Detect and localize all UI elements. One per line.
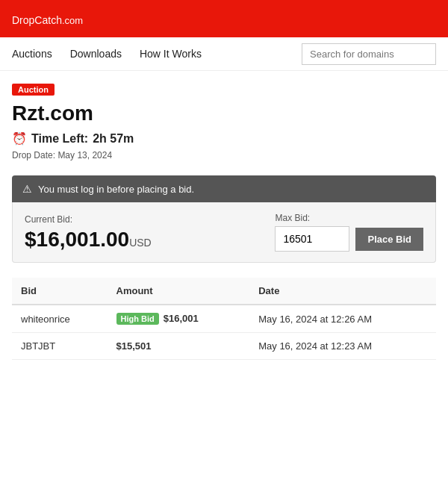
drop-date-value: May 13, 2024: [57, 150, 112, 161]
col-header-bid: Bid: [12, 278, 108, 305]
max-bid-label: Max Bid:: [275, 213, 423, 223]
nav: Auctions Downloads How It Works: [0, 37, 448, 71]
table-header-row: Bid Amount Date: [12, 278, 436, 305]
table-row: whiteonriceHigh Bid$16,001May 16, 2024 a…: [12, 305, 436, 333]
clock-icon: ⏰: [12, 131, 27, 146]
logo: DropCatch.com: [12, 9, 83, 28]
domain-title: Rzt.com: [12, 102, 436, 125]
date-cell: May 16, 2024 at 12:23 AM: [249, 333, 436, 360]
current-bid-amount: $16,001.00: [25, 228, 129, 251]
current-bid-label: Current Bid:: [25, 214, 257, 225]
main-content: Auction Rzt.com ⏰ Time Left: 2h 57m Drop…: [0, 71, 448, 360]
bid-amount: $15,501: [116, 340, 152, 352]
bid-amount: $16,001: [164, 313, 199, 324]
bid-controls: Current Bid: $16,001.00USD Max Bid: Plac…: [12, 202, 436, 263]
login-warning-text: You must log in before placing a bid.: [38, 184, 194, 195]
max-bid-input[interactable]: [275, 226, 349, 252]
drop-date: Drop Date: May 13, 2024: [12, 150, 436, 161]
bidder-cell: whiteonrice: [12, 305, 108, 333]
logo-main: DropCatch: [12, 14, 62, 26]
current-bid-value: $16,001.00USD: [25, 228, 257, 252]
time-left-row: ⏰ Time Left: 2h 57m: [12, 131, 436, 146]
col-header-date: Date: [249, 278, 436, 305]
currency-label: USD: [129, 237, 152, 249]
col-header-amount: Amount: [108, 278, 250, 305]
auction-badge: Auction: [12, 84, 55, 96]
table-row: JBTJBT$15,501May 16, 2024 at 12:23 AM: [12, 333, 436, 360]
logo-suffix: .com: [62, 15, 83, 26]
current-bid-block: Current Bid: $16,001.00USD: [25, 214, 257, 252]
drop-date-label: Drop Date:: [12, 150, 55, 161]
time-left-value: 2h 57m: [93, 132, 134, 146]
time-left-label: Time Left:: [31, 132, 88, 146]
amount-cell: $15,501: [108, 333, 250, 360]
amount-cell: High Bid$16,001: [108, 305, 250, 333]
nav-link-auctions[interactable]: Auctions: [12, 37, 52, 70]
nav-link-downloads[interactable]: Downloads: [70, 37, 122, 70]
high-bid-badge: High Bid: [116, 313, 159, 325]
bid-section: ⚠ You must log in before placing a bid. …: [12, 175, 436, 263]
max-bid-block: Max Bid: Place Bid: [275, 213, 423, 252]
login-warning: ⚠ You must log in before placing a bid.: [12, 175, 436, 202]
place-bid-button[interactable]: Place Bid: [355, 228, 423, 251]
bids-table: Bid Amount Date whiteonriceHigh Bid$16,0…: [12, 278, 436, 360]
bidder-cell: JBTJBT: [12, 333, 108, 360]
nav-links: Auctions Downloads How It Works: [12, 37, 302, 70]
max-bid-row: Place Bid: [275, 226, 423, 252]
nav-link-how-it-works[interactable]: How It Works: [140, 37, 202, 70]
date-cell: May 16, 2024 at 12:26 AM: [249, 305, 436, 333]
warning-icon: ⚠: [22, 183, 32, 195]
search-input[interactable]: [302, 43, 436, 65]
header: DropCatch.com: [0, 0, 448, 37]
